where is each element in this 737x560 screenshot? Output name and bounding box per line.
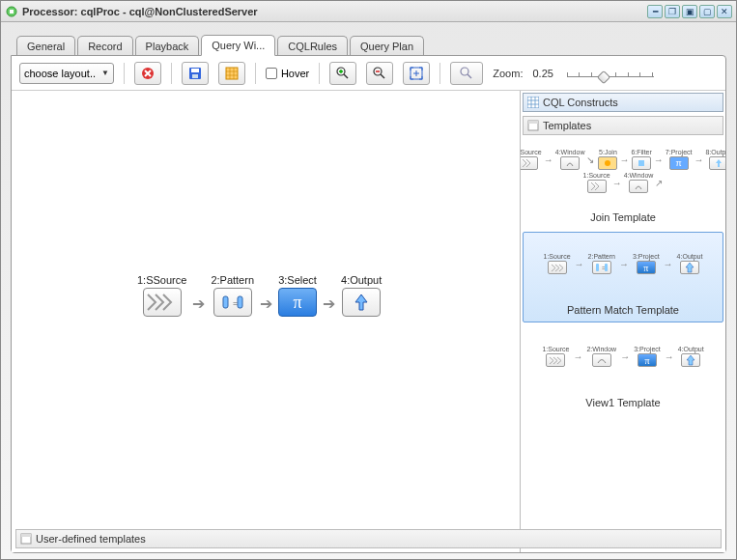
arrow-icon: ➔	[323, 294, 335, 313]
svg-rect-14	[223, 296, 228, 308]
template-icon	[527, 120, 539, 131]
sidebar: CQL Constructs Templates 1:Source	[520, 91, 725, 552]
arrow-icon: ➔	[192, 294, 205, 313]
userdef-header[interactable]: User-defined templates	[15, 529, 722, 548]
tab-query-plan[interactable]: Query Plan	[350, 36, 424, 56]
node-label: 2:Pattern	[211, 274, 254, 286]
svg-rect-23	[596, 264, 599, 271]
minimize-button[interactable]: ━	[647, 5, 663, 18]
svg-rect-20	[528, 121, 538, 124]
tab-panel: choose layout.. ▼ Hover	[11, 55, 726, 553]
svg-rect-16	[238, 296, 242, 308]
svg-point-12	[461, 68, 468, 75]
flow-diagram: 1:SSource ➔ 2:Pattern = ➔	[137, 274, 382, 317]
select-icon: π	[278, 288, 317, 317]
svg-rect-4	[191, 69, 199, 72]
template-caption: View1 Template	[525, 397, 721, 408]
zoom-in-button[interactable]	[329, 62, 356, 85]
zoom-value: 0.25	[532, 68, 553, 79]
tab-bar: General Record Playback Query Wi... CQLR…	[16, 32, 726, 55]
hover-checkbox-wrap[interactable]: Hover	[266, 68, 309, 79]
svg-rect-1	[10, 10, 14, 14]
layout-combo[interactable]: choose layout.. ▼	[19, 63, 114, 84]
separator	[171, 63, 172, 84]
svg-rect-5	[192, 74, 198, 78]
save-button[interactable]	[182, 62, 209, 85]
templates-header[interactable]: Templates	[523, 116, 723, 135]
svg-rect-22	[638, 160, 644, 166]
svg-text:=: =	[233, 298, 238, 308]
chevron-down-icon: ▼	[101, 69, 109, 77]
output-icon	[342, 288, 381, 317]
svg-text:π: π	[293, 293, 301, 312]
svg-line-10	[381, 74, 384, 78]
node-label: 4:Output	[341, 274, 382, 286]
node-select[interactable]: 3:Select π	[278, 274, 317, 317]
constructs-label: CQL Constructs	[543, 97, 618, 108]
node-label: 3:Select	[278, 274, 317, 286]
layout-combo-label: choose layout..	[24, 68, 96, 79]
cascade-button[interactable]: ▣	[682, 5, 697, 18]
source-icon	[143, 288, 182, 317]
app-window: Processor: cqlProc - cql@NonClusteredSer…	[0, 0, 737, 560]
tab-cqlrules[interactable]: CQLRules	[277, 36, 348, 56]
svg-line-8	[344, 74, 348, 78]
titlebar[interactable]: Processor: cqlProc - cql@NonClusteredSer…	[1, 1, 736, 22]
app-icon	[5, 5, 18, 18]
restore-button[interactable]: ❐	[665, 5, 680, 18]
canvas[interactable]: 1:SSource ➔ 2:Pattern = ➔	[12, 91, 520, 552]
slider-ticks	[567, 72, 654, 80]
hover-label: Hover	[281, 68, 309, 79]
node-pattern[interactable]: 2:Pattern =	[211, 274, 254, 317]
sidebar-footer: User-defined templates	[14, 527, 723, 550]
template-caption: Pattern Match Template	[525, 304, 721, 316]
separator	[439, 63, 440, 84]
tab-playback[interactable]: Playback	[135, 36, 200, 56]
close-button[interactable]: ✕	[717, 5, 732, 18]
window-body: General Record Playback Query Wi... CQLR…	[1, 22, 736, 559]
templates-list[interactable]: 1:Source → 4:Window ↘ 5:Join → 6:Filter …	[521, 137, 725, 552]
separator	[124, 63, 125, 84]
template-icon	[20, 533, 32, 545]
zoom-label: Zoom:	[493, 68, 523, 79]
toolbar: choose layout.. ▼ Hover	[12, 56, 725, 91]
separator	[255, 63, 256, 84]
grid-button[interactable]	[218, 62, 245, 85]
tab-query-wizard[interactable]: Query Wi...	[201, 35, 275, 56]
template-thumb: 1:Source → 2:Pattern= → 3:Projectπ → 4:O…	[525, 237, 721, 291]
delete-button[interactable]	[134, 62, 161, 85]
template-pattern-match[interactable]: 1:Source → 2:Pattern= → 3:Projectπ → 4:O…	[523, 232, 723, 322]
pattern-icon: =	[213, 288, 252, 317]
userdef-label: User-defined templates	[36, 533, 146, 545]
svg-rect-27	[21, 534, 31, 537]
tab-general[interactable]: General	[16, 36, 75, 56]
svg-rect-6	[226, 68, 238, 79]
template-thumb: 1:Source → 2:Window → 3:Projectπ → 4:Out…	[525, 329, 721, 383]
node-label: 1:SSource	[137, 274, 186, 286]
svg-rect-18	[527, 97, 539, 108]
zoom-out-button[interactable]	[366, 62, 393, 85]
hover-checkbox[interactable]	[266, 68, 277, 79]
zoom-slider[interactable]	[567, 64, 654, 83]
window-title: Processor: cqlProc - cql@NonClusteredSer…	[22, 6, 647, 17]
constructs-header[interactable]: CQL Constructs	[523, 93, 723, 112]
zoom-fit-button[interactable]	[403, 62, 430, 85]
window-controls: ━ ❐ ▣ ▢ ✕	[647, 5, 732, 18]
grid-icon	[527, 97, 539, 108]
node-source[interactable]: 1:SSource	[137, 274, 186, 317]
template-view1[interactable]: 1:Source → 2:Window → 3:Projectπ → 4:Out…	[523, 324, 723, 415]
templates-label: Templates	[543, 120, 591, 131]
svg-rect-25	[605, 264, 608, 271]
separator	[319, 63, 320, 84]
zoom-region-button[interactable]	[450, 62, 483, 85]
svg-point-21	[605, 160, 610, 166]
svg-line-13	[468, 74, 471, 78]
tab-record[interactable]: Record	[77, 36, 132, 56]
maximize-button[interactable]: ▢	[699, 5, 715, 18]
template-caption: Join Template	[525, 211, 721, 223]
node-output[interactable]: 4:Output	[341, 274, 382, 317]
template-join[interactable]: 1:Source → 4:Window ↘ 5:Join → 6:Filter …	[523, 139, 723, 230]
arrow-icon: ➔	[260, 294, 272, 313]
template-thumb: 1:Source → 4:Window ↘ 5:Join → 6:Filter …	[525, 144, 721, 198]
content-area: 1:SSource ➔ 2:Pattern = ➔	[12, 91, 725, 552]
